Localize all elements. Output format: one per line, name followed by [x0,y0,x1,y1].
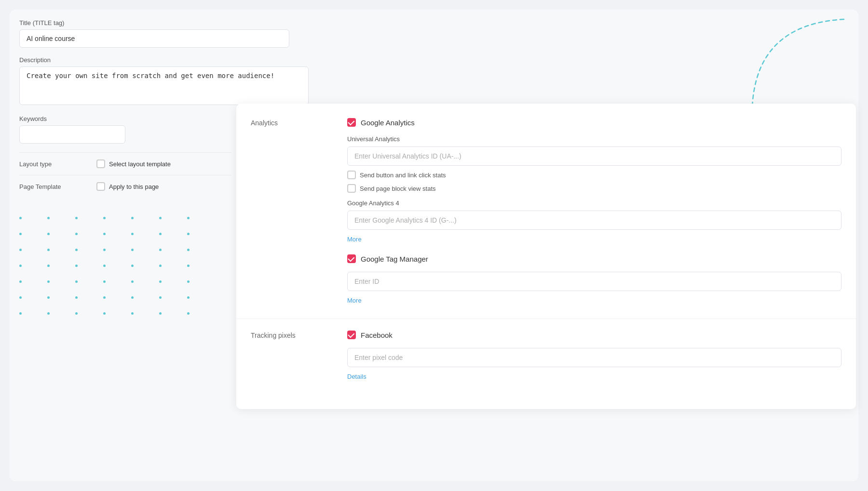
keywords-input[interactable] [19,125,125,144]
google-analytics-label: Google Analytics [361,119,415,127]
dot [159,217,162,219]
layout-type-label: Layout type [19,160,96,168]
dot [47,265,50,267]
dot [75,296,78,299]
dot [47,217,50,219]
tracking-pixels-section: Tracking pixels Facebook Details [236,319,856,395]
dot [159,265,162,267]
google-analytics-checkbox-row: Google Analytics [347,118,841,127]
ga4-label: Google Analytics 4 [347,199,841,207]
dot [159,233,162,235]
send-clicks-label: Send button and link click stats [360,172,446,179]
page-template-text: Apply to this page [109,183,159,190]
dot [103,233,106,235]
dot [19,280,22,283]
dot [187,217,190,219]
dot [19,217,22,219]
dot [187,265,190,267]
send-page-block-row: Send page block view stats [347,184,841,193]
facebook-details-link[interactable]: Details [347,373,366,380]
page-template-checkbox[interactable] [96,182,105,191]
dot [75,280,78,283]
dot [19,296,22,299]
send-page-block-checkbox[interactable] [347,184,356,193]
dot [47,280,50,283]
dot [75,233,78,235]
tag-manager-more-link[interactable]: More [347,297,362,304]
dot [159,296,162,299]
layout-type-checkbox[interactable] [96,159,105,168]
layout-type-row: Layout type Select layout template [19,152,231,175]
tracking-pixels-title: Tracking pixels [251,332,296,339]
description-input[interactable]: Create your own site from scratch and ge… [19,66,309,105]
dot [19,233,22,235]
google-tag-manager-checkbox-row: Google Tag Manager [347,254,841,263]
google-tag-manager-checkbox[interactable] [347,254,356,263]
analytics-panel: Analytics Google Analytics Universal Ana… [236,104,856,409]
dot [187,296,190,299]
analytics-section-title-col: Analytics [251,118,347,304]
google-analytics-checkbox[interactable] [347,118,356,127]
description-field-group: Description Create your own site from sc… [19,56,241,106]
dot [47,249,50,251]
analytics-section-title: Analytics [251,119,278,127]
dot [131,265,134,267]
title-field-group: Title (TITLE tag) [19,19,241,48]
send-page-block-label: Send page block view stats [360,185,436,192]
arc-decoration [747,14,854,111]
analytics-more-link[interactable]: More [347,236,362,243]
tracking-pixels-title-col: Tracking pixels [251,331,347,380]
dot [187,312,190,315]
dot [131,280,134,283]
dot [131,296,134,299]
dot [187,233,190,235]
dot [103,217,106,219]
ga4-input[interactable] [347,211,841,230]
dot [103,280,106,283]
dot [103,312,106,315]
layout-type-text: Select layout template [109,160,171,168]
dot [75,249,78,251]
universal-analytics-input[interactable] [347,146,841,166]
dot [19,249,22,251]
page-template-label: Page Template [19,183,96,190]
dot [159,249,162,251]
dot [47,233,50,235]
tracking-pixels-content: Facebook Details [347,331,841,380]
description-label: Description [19,56,241,64]
title-label: Title (TITLE tag) [19,19,241,27]
dot [75,217,78,219]
dot [47,296,50,299]
universal-analytics-label: Universal Analytics [347,135,841,143]
dot [19,312,22,315]
send-clicks-row: Send button and link click stats [347,171,841,179]
facebook-checkbox-row: Facebook [347,331,841,339]
analytics-section-content: Google Analytics Universal Analytics Sen… [347,118,841,304]
dot [131,312,134,315]
dot [131,233,134,235]
google-tag-manager-label: Google Tag Manager [361,255,428,263]
facebook-pixel-input[interactable] [347,348,841,367]
dot [159,312,162,315]
dot [131,217,134,219]
keywords-field-group: Keywords [19,115,241,144]
dot [47,312,50,315]
tag-manager-id-input[interactable] [347,272,841,291]
dot [159,280,162,283]
dot [103,296,106,299]
layout-type-value: Select layout template [96,159,171,168]
dot [187,249,190,251]
dot [131,249,134,251]
facebook-label: Facebook [361,331,393,339]
page-template-value: Apply to this page [96,182,159,191]
send-clicks-checkbox[interactable] [347,171,356,179]
left-content-area: Title (TITLE tag) Description Create you… [19,19,241,198]
dot [19,265,22,267]
title-input[interactable] [19,29,289,48]
dot [187,280,190,283]
facebook-checkbox[interactable] [347,331,356,339]
analytics-section: Analytics Google Analytics Universal Ana… [236,118,856,319]
dot [75,265,78,267]
dots-decoration [19,212,241,315]
dot [103,265,106,267]
